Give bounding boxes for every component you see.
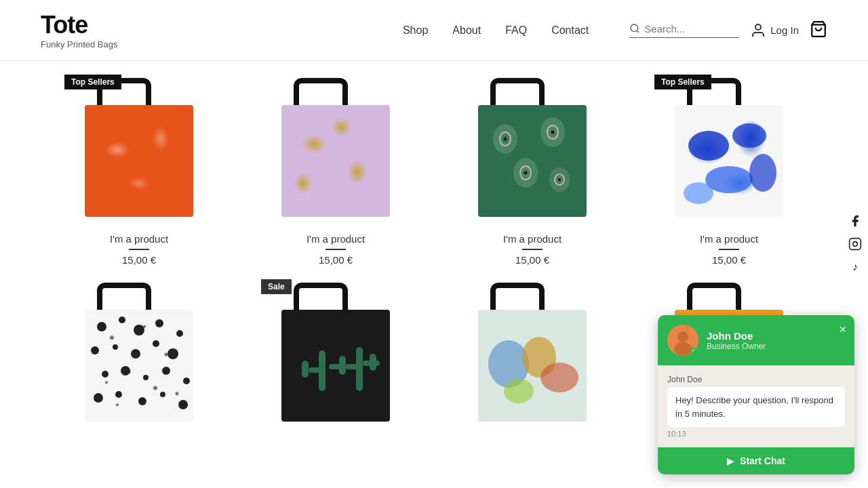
svg-point-25 (155, 319, 163, 327)
bag-3 (471, 78, 593, 220)
online-indicator (690, 348, 697, 354)
svg-rect-48 (346, 364, 363, 369)
svg-point-22 (97, 322, 106, 331)
site-subtitle: Funky Printed Bags (41, 39, 117, 49)
product-card-3: I'm a product 15,00 € (434, 75, 631, 266)
svg-point-27 (91, 346, 99, 354)
product-image-5 (71, 279, 207, 428)
svg-point-26 (176, 330, 183, 337)
product-image-6: Sale (268, 279, 403, 428)
nav-faq[interactable]: FAQ (505, 24, 527, 37)
product-image-4: Top Sellers (661, 75, 797, 224)
login-area[interactable]: Log In (750, 22, 799, 39)
search-container (629, 23, 739, 38)
svg-point-28 (113, 344, 118, 350)
product-card-2: I'm a product 15,00 € (237, 75, 434, 266)
svg-point-21 (684, 182, 713, 204)
nav-about[interactable]: About (452, 24, 481, 37)
svg-point-40 (160, 392, 165, 397)
site-header: Tote Funky Printed Bags Shop About FAQ C… (0, 0, 868, 61)
svg-point-7 (504, 138, 507, 140)
svg-point-54 (540, 363, 578, 392)
svg-point-36 (183, 378, 190, 384)
svg-rect-43 (309, 367, 326, 373)
send-icon: ▶ (727, 455, 734, 466)
chat-message-text: Hey! Describe your question, I'll respon… (675, 395, 833, 419)
svg-point-39 (138, 397, 146, 405)
svg-point-10 (551, 131, 555, 134)
svg-point-20 (749, 154, 776, 192)
nav-contact[interactable]: Contact (551, 24, 589, 37)
product-name-3: I'm a product (503, 233, 561, 245)
social-sidebar: ♪ (842, 207, 868, 281)
bag-1 (78, 78, 200, 220)
chat-avatar (667, 325, 698, 356)
header-right: Log In (629, 20, 827, 41)
svg-point-0 (631, 24, 638, 32)
bag-4 (668, 78, 790, 220)
product-price-1: 15,00 € (122, 254, 156, 266)
logo-area: Tote Funky Printed Bags (41, 11, 117, 49)
product-card-1: Top Sellers I'm a product 15,00 € (41, 75, 237, 266)
bag-2 (275, 78, 397, 220)
svg-point-18 (732, 123, 766, 148)
svg-point-17 (688, 131, 729, 161)
product-card-6: Sale (237, 279, 434, 428)
search-icon (629, 23, 640, 34)
svg-point-16 (558, 178, 561, 181)
facebook-icon[interactable] (848, 214, 863, 228)
nav-shop[interactable]: Shop (403, 24, 428, 37)
product-name-4: I'm a product (700, 233, 758, 245)
product-divider-1 (129, 249, 149, 250)
svg-point-37 (94, 393, 103, 403)
cart-button[interactable] (810, 20, 827, 41)
product-card-7 (434, 279, 631, 428)
svg-line-1 (637, 30, 639, 33)
svg-point-34 (143, 375, 149, 380)
bag-7 (471, 283, 593, 425)
product-card-5 (41, 279, 237, 428)
svg-point-23 (119, 317, 125, 323)
login-label: Log In (770, 24, 799, 36)
tiktok-icon[interactable]: ♪ (848, 260, 863, 274)
svg-point-19 (705, 166, 753, 193)
chat-close-button[interactable]: × (839, 323, 846, 336)
product-name-2: I'm a product (307, 233, 365, 245)
svg-point-30 (153, 340, 159, 347)
chat-agent-role: Business Owner (707, 342, 766, 351)
product-name-1: I'm a product (110, 233, 168, 245)
svg-point-29 (131, 349, 140, 359)
svg-point-60 (674, 342, 692, 356)
chat-header: John Doe Business Owner × (658, 315, 854, 365)
product-divider-3 (522, 249, 542, 250)
bag-6 (275, 283, 397, 425)
product-divider-2 (326, 249, 346, 250)
chat-message-time: 10:13 (667, 430, 845, 438)
product-card-4: Top Sellers I'm a product (631, 75, 827, 266)
product-image-3 (465, 75, 600, 224)
svg-point-32 (102, 371, 108, 378)
svg-rect-49 (339, 356, 346, 375)
start-chat-label: Start Chat (740, 455, 785, 466)
chat-agent-name: John Doe (707, 330, 766, 342)
svg-point-59 (677, 331, 688, 342)
main-nav: Shop About FAQ Contact (403, 24, 589, 37)
product-image-1: Top Sellers (71, 75, 207, 224)
product-price-4: 15,00 € (712, 254, 746, 266)
svg-point-24 (134, 325, 144, 336)
svg-point-33 (121, 366, 130, 375)
product-price-2: 15,00 € (319, 254, 353, 266)
svg-rect-56 (850, 239, 861, 250)
product-price-3: 15,00 € (515, 254, 549, 266)
search-input[interactable] (644, 23, 739, 35)
chat-start-chat-button[interactable]: ▶ Start Chat (658, 447, 854, 474)
svg-point-2 (755, 24, 761, 30)
instagram-icon[interactable] (848, 237, 863, 251)
top-sellers-badge-1: Top Sellers (64, 75, 121, 89)
product-image-2 (268, 75, 403, 224)
svg-point-55 (504, 379, 534, 403)
sale-badge: Sale (261, 279, 292, 294)
chat-widget: John Doe Business Owner × John Doe Hey! … (658, 315, 854, 474)
chat-header-info: John Doe Business Owner (707, 330, 766, 351)
site-title: Tote (41, 11, 117, 39)
